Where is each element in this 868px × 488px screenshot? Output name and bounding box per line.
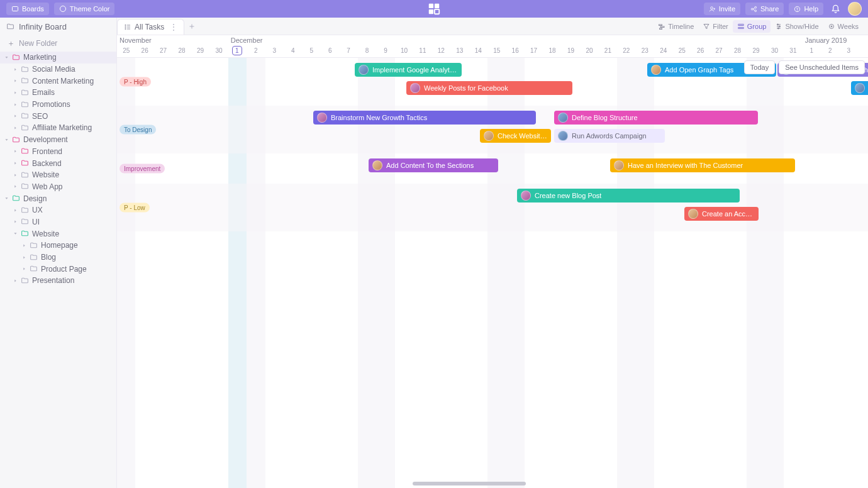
day-cell[interactable]: 6	[321, 47, 339, 54]
share-button[interactable]: Share	[745, 3, 784, 15]
board-title[interactable]: Infinity Board	[0, 18, 116, 35]
day-cell[interactable]: 12	[432, 47, 450, 54]
task-bar[interactable]: Define Budget for Ads	[851, 81, 868, 95]
day-cell[interactable]: 11	[413, 47, 431, 54]
tree-item[interactable]: Social Media	[0, 64, 116, 75]
theme-button[interactable]: Theme Color	[54, 3, 115, 15]
task-bar[interactable]: Weekly Posts for Facebook	[406, 81, 572, 95]
chevron-right-icon[interactable]	[13, 67, 18, 72]
tree-item[interactable]: Backend	[0, 157, 116, 169]
notifications-button[interactable]	[828, 2, 843, 16]
day-cell[interactable]: 1	[232, 46, 242, 55]
chevron-right-icon[interactable]	[13, 126, 18, 130]
task-bar[interactable]: Define Blog Structure	[554, 111, 758, 125]
tree-item[interactable]: Design	[0, 192, 116, 204]
day-cell[interactable]: 2	[247, 47, 265, 54]
day-cell[interactable]: 24	[654, 47, 672, 54]
chevron-right-icon[interactable]	[13, 149, 18, 153]
toolbar-weeks[interactable]: Weeks	[823, 20, 863, 33]
day-cell[interactable]: 28	[728, 47, 747, 54]
chevron-right-icon[interactable]	[21, 255, 26, 260]
chevron-right-icon[interactable]	[13, 114, 18, 118]
invite-button[interactable]: Invite	[704, 3, 740, 15]
day-cell[interactable]: 10	[395, 47, 413, 54]
chevron-right-icon[interactable]	[4, 138, 9, 142]
chevron-right-icon[interactable]	[13, 279, 18, 283]
user-avatar[interactable]	[848, 2, 862, 16]
toolbar-group[interactable]: Group	[733, 20, 771, 33]
chevron-right-icon[interactable]	[13, 184, 18, 189]
lane-tag[interactable]: Improvement	[120, 164, 165, 173]
tree-item[interactable]: Content Marketing	[0, 75, 116, 87]
chevron-right-icon[interactable]	[13, 91, 18, 95]
day-cell[interactable]: 22	[617, 47, 635, 54]
chevron-right-icon[interactable]	[13, 161, 18, 165]
task-bar[interactable]: Create new Blog Post	[517, 189, 740, 202]
tree-item[interactable]: Product Page	[0, 263, 116, 275]
chevron-right-icon[interactable]	[13, 173, 18, 177]
tab-all-tasks[interactable]: All Tasks ⋮	[117, 19, 184, 35]
tree-item[interactable]: Frontend	[0, 146, 116, 158]
chevron-right-icon[interactable]	[21, 243, 26, 248]
task-bar[interactable]: Create an Acco...	[684, 207, 759, 221]
tree-item[interactable]: Website	[0, 169, 116, 181]
tree-item[interactable]: UX	[0, 204, 116, 216]
day-cell[interactable]: 21	[599, 47, 617, 54]
day-cell[interactable]: 30	[209, 47, 228, 54]
day-cell[interactable]: 13	[450, 47, 469, 54]
day-cell[interactable]: 18	[543, 47, 561, 54]
task-bar[interactable]: Check Website P...	[480, 129, 551, 143]
day-cell[interactable]: 27	[709, 47, 728, 54]
task-bar[interactable]: Add Content To the Sections	[369, 158, 498, 172]
tree-item[interactable]: Development	[0, 134, 116, 146]
tree-item[interactable]: Blog	[0, 252, 116, 263]
chevron-right-icon[interactable]	[13, 219, 18, 224]
day-cell[interactable]: 3	[265, 47, 284, 54]
day-cell[interactable]: 1	[803, 47, 821, 54]
boards-button[interactable]: Boards	[6, 3, 49, 15]
day-cell[interactable]: 15	[487, 47, 506, 54]
day-cell[interactable]: 25	[673, 47, 691, 54]
day-cell[interactable]: 29	[747, 47, 765, 54]
day-cell[interactable]: 16	[506, 47, 524, 54]
today-button[interactable]: Today	[744, 60, 775, 74]
day-cell[interactable]: 28	[172, 47, 191, 54]
chevron-right-icon[interactable]	[4, 55, 9, 60]
day-cell[interactable]: 25	[117, 47, 135, 54]
toolbar-filter[interactable]: Filter	[698, 20, 732, 33]
tree-item[interactable]: Emails	[0, 87, 116, 99]
day-cell[interactable]: 26	[691, 47, 709, 54]
tab-more-icon[interactable]: ⋮	[170, 23, 177, 31]
tree-item[interactable]: Presentation	[0, 275, 116, 287]
day-cell[interactable]: 5	[303, 47, 321, 54]
chevron-right-icon[interactable]	[21, 267, 26, 271]
tree-item[interactable]: UI	[0, 216, 116, 228]
help-button[interactable]: Help	[789, 3, 823, 15]
day-cell[interactable]: 8	[358, 47, 376, 54]
toolbar-timeline[interactable]: Timeline	[654, 20, 698, 33]
toolbar-showhide[interactable]: Show/Hide	[771, 20, 823, 33]
add-tab-button[interactable]	[184, 18, 199, 35]
day-cell[interactable]: 17	[525, 47, 543, 54]
chevron-right-icon[interactable]	[13, 79, 18, 83]
task-bar[interactable]: Run Adwords Campaign	[554, 129, 665, 143]
day-cell[interactable]: 14	[469, 47, 487, 54]
chevron-right-icon[interactable]	[13, 231, 18, 236]
tree-item[interactable]: Promotions	[0, 99, 116, 111]
new-folder-button[interactable]: New Folder	[0, 35, 116, 52]
lane-tag[interactable]: To Design	[120, 125, 156, 134]
day-cell[interactable]: 7	[339, 47, 357, 54]
tree-item[interactable]: Web App	[0, 181, 116, 193]
unscheduled-button[interactable]: See Unscheduled Items	[779, 60, 865, 74]
task-bar[interactable]: Have an Interview with The Customer	[610, 158, 795, 172]
day-cell[interactable]: 20	[580, 47, 598, 54]
task-bar[interactable]: Implement Google Analytics	[355, 63, 462, 77]
day-cell[interactable]: 27	[154, 47, 172, 54]
day-cell[interactable]: 23	[636, 47, 654, 54]
task-bar[interactable]: Brainstorm New Growth Tactics	[313, 111, 536, 125]
day-cell[interactable]: 3	[840, 47, 858, 54]
day-cell[interactable]: 9	[376, 47, 394, 54]
day-cell[interactable]: 4	[284, 47, 302, 54]
day-cell[interactable]: 26	[135, 47, 153, 54]
day-cell[interactable]: 31	[784, 47, 802, 54]
